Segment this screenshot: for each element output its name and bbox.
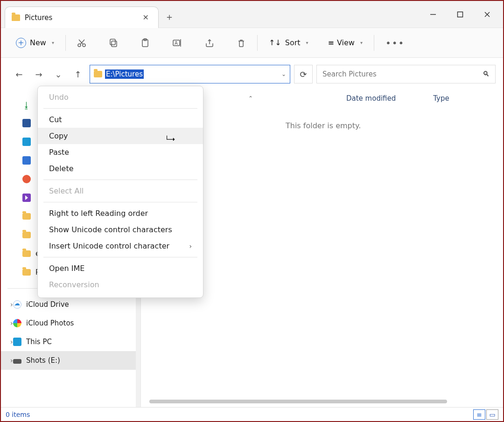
sidebar-item-label: This PC	[26, 338, 52, 346]
folder-icon	[22, 269, 31, 276]
apps-icon	[22, 156, 31, 165]
ctx-insert-unicode[interactable]: Insert Unicode control character›	[38, 238, 203, 254]
address-bar[interactable]: E:\Pictures ⌄	[90, 65, 290, 83]
sidebar-item-icloud-drive[interactable]: ›iCloud Drive	[1, 295, 140, 314]
delete-button[interactable]	[232, 35, 251, 50]
ctx-delete[interactable]: Delete	[38, 160, 203, 177]
view-label: View	[337, 38, 355, 47]
sidebar-item-shots-e[interactable]: ›Shots (E:)	[1, 351, 140, 370]
pc-icon	[13, 338, 21, 346]
separator	[65, 35, 66, 51]
ctx-undo: Undo	[38, 89, 203, 105]
ctx-separator	[43, 202, 197, 202]
address-history-button[interactable]: ⌄	[281, 71, 286, 77]
window-controls	[420, 6, 500, 23]
ctx-rtl[interactable]: Right to left Reading order	[38, 205, 203, 221]
svg-rect-1	[458, 12, 463, 17]
cursor-icon: ⮡	[166, 134, 175, 145]
context-menu: Undo Cut Copy Paste Delete Select All Ri…	[37, 86, 203, 298]
photos-icon	[13, 319, 21, 327]
maximize-button[interactable]	[447, 6, 473, 23]
separator	[257, 35, 258, 51]
view-button[interactable]: ≡ View ▾	[323, 35, 367, 50]
close-window-button[interactable]	[474, 6, 500, 23]
new-label: New	[30, 38, 46, 47]
address-path: E:\Pictures	[105, 69, 144, 79]
sort-label: Sort	[285, 38, 301, 47]
search-icon: 🔍︎	[483, 70, 490, 78]
new-tab-button[interactable]: ＋	[159, 6, 180, 28]
collapse-group-icon[interactable]: ⌃	[248, 95, 253, 102]
separator	[374, 35, 374, 51]
svg-rect-8	[112, 41, 117, 47]
folder-icon	[22, 232, 31, 238]
ctx-label: Insert Unicode control character	[49, 242, 169, 250]
plus-circle-icon: +	[16, 38, 26, 48]
ctx-reconversion: Reconversion	[38, 277, 203, 293]
expand-icon[interactable]: ›	[10, 338, 13, 346]
download-icon: ⭳	[22, 100, 31, 109]
sort-icon: ↑↓	[269, 38, 281, 47]
paste-button[interactable]	[136, 35, 154, 50]
document-icon	[22, 119, 31, 127]
content-scrollbar[interactable]	[149, 400, 447, 403]
sidebar-item-this-pc[interactable]: ›This PC	[1, 332, 140, 351]
tab-title: Pictures	[25, 14, 52, 22]
svg-text:A: A	[175, 41, 178, 46]
refresh-button[interactable]: ⟳	[294, 65, 313, 83]
title-bar: Pictures ✕ ＋	[1, 1, 503, 28]
ctx-paste[interactable]: Paste	[38, 144, 203, 160]
ctx-separator	[43, 180, 197, 180]
new-button[interactable]: + New ▾	[11, 35, 59, 51]
ctx-select-all: Select All	[38, 183, 203, 199]
up-button[interactable]: ↑	[70, 66, 86, 82]
tab-pictures[interactable]: Pictures ✕	[5, 7, 159, 28]
column-type[interactable]: Type	[433, 94, 449, 103]
tab-close-button[interactable]: ✕	[140, 11, 152, 24]
svg-rect-9	[110, 39, 115, 45]
chevron-down-icon: ▾	[360, 40, 363, 45]
share-button[interactable]	[200, 35, 219, 50]
expand-icon[interactable]: ›	[10, 357, 13, 364]
more-button[interactable]: •••	[381, 35, 409, 51]
ctx-separator	[43, 257, 197, 257]
sort-button[interactable]: ↑↓ Sort ▾	[264, 35, 313, 50]
cut-button[interactable]	[72, 35, 91, 50]
copy-button[interactable]	[104, 35, 123, 50]
sidebar-item-icloud-photos[interactable]: ›iCloud Photos	[1, 314, 140, 332]
ctx-separator	[43, 108, 197, 109]
expand-icon[interactable]: ›	[10, 301, 13, 308]
ctx-copy[interactable]: Copy	[38, 128, 203, 144]
status-item-count: 0 items	[6, 411, 30, 418]
navigation-row: ← → ⌄ ↑ E:\Pictures ⌄ ⟳ Search Pictures …	[1, 62, 503, 86]
search-input[interactable]: Search Pictures 🔍︎	[316, 65, 496, 83]
empty-message: This folder is empty.	[286, 121, 361, 130]
sidebar-item-label: iCloud Photos	[26, 319, 74, 327]
recent-locations-button[interactable]: ⌄	[50, 66, 66, 82]
status-bar: 0 items ≡ ▭	[1, 407, 503, 421]
view-toggles: ≡ ▭	[473, 409, 498, 420]
chevron-down-icon: ▾	[52, 40, 54, 45]
submenu-arrow-icon: ›	[189, 242, 192, 250]
folder-icon	[22, 213, 31, 220]
list-icon: ≡	[328, 38, 333, 47]
search-placeholder: Search Pictures	[322, 70, 377, 78]
thumbnails-view-button[interactable]: ▭	[486, 409, 498, 420]
column-date-modified[interactable]: Date modified	[346, 94, 396, 103]
ctx-cut[interactable]: Cut	[38, 111, 203, 128]
ctx-open-ime[interactable]: Open IME	[38, 260, 203, 277]
cloud-icon	[13, 300, 21, 309]
back-button[interactable]: ←	[11, 66, 27, 82]
sidebar-item-label: Shots (E:)	[26, 356, 60, 365]
expand-icon[interactable]: ›	[10, 319, 13, 327]
video-icon	[22, 194, 31, 202]
minimize-button[interactable]	[420, 6, 446, 23]
rename-button[interactable]: A	[168, 35, 187, 50]
forward-button[interactable]: →	[31, 66, 47, 82]
toolbar: + New ▾ A ↑↓ Sort ▾ ≡ View ▾ •••	[1, 28, 503, 58]
chevron-down-icon: ▾	[306, 40, 308, 45]
music-icon	[22, 175, 31, 183]
details-view-button[interactable]: ≡	[473, 409, 485, 420]
ctx-show-unicode[interactable]: Show Unicode control characters	[38, 221, 203, 238]
picture-icon	[22, 138, 31, 146]
